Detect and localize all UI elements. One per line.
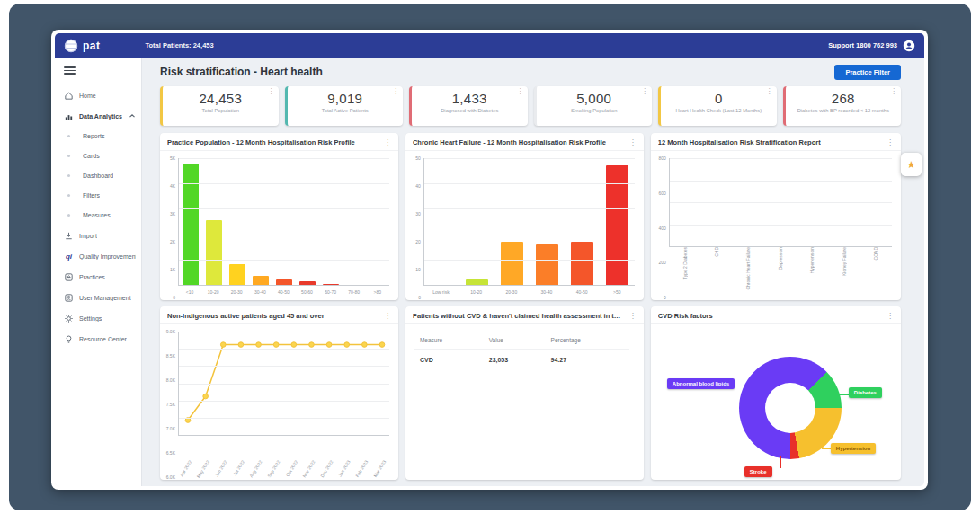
bar[interactable] — [571, 242, 593, 285]
top-bar: pat Total Patients: 24,453 Support 1800 … — [55, 33, 924, 58]
y-tick-label: 9.0K — [166, 329, 175, 334]
kebab-menu-icon[interactable] — [517, 88, 524, 95]
y-tick-label: 6.5K — [166, 450, 175, 456]
user-badge-icon — [64, 293, 74, 303]
user-avatar-icon[interactable] — [903, 40, 915, 52]
bar[interactable] — [276, 279, 292, 285]
kebab-menu-icon[interactable] — [392, 88, 399, 95]
bar[interactable] — [229, 264, 245, 285]
sidebar-item-reports[interactable]: Reports — [55, 127, 141, 146]
y-tick-label: 0 — [173, 295, 175, 300]
bar[interactable] — [253, 276, 269, 285]
bar[interactable] — [183, 164, 199, 285]
y-tick-label: 400 — [658, 226, 665, 231]
sidebar-item-filters[interactable]: Filters — [55, 186, 141, 206]
gridline — [179, 332, 389, 332]
x-tick-label: 40-50 — [278, 289, 290, 295]
sidebar-item-practices[interactable]: Practices — [55, 267, 141, 288]
x-tick-label: 10-20 — [470, 289, 482, 295]
x-tick-label: 50-60 — [301, 289, 313, 295]
kebab-menu-icon[interactable] — [379, 139, 391, 146]
kebab-menu-icon[interactable] — [379, 313, 391, 320]
kpi-total-active-patients: 9,019 Total Active Patients — [285, 86, 404, 126]
bar[interactable] — [206, 220, 222, 285]
panel-cvd-assessment-table: Patients without CVD & haven't claimed h… — [405, 306, 644, 480]
donut-chart[interactable]: Abnormal blood lipids Diabetes Hypertens… — [655, 332, 892, 477]
gridline — [179, 366, 389, 367]
x-tick-label: Jul 2022 — [232, 459, 245, 476]
sidebar-item-user-management[interactable]: User Management — [55, 288, 141, 308]
donut-label-abnormal-blood-lipids: Abnormal blood lipids — [667, 378, 735, 389]
y-tick-label: 50 — [415, 155, 421, 161]
gridline — [179, 158, 389, 159]
y-tick-label: 3K — [170, 211, 175, 217]
sidebar-item-settings[interactable]: Settings — [55, 308, 141, 329]
x-tick-label: Low risk — [432, 289, 449, 295]
sidebar-item-home[interactable]: Home — [55, 85, 141, 106]
y-tick-label: 1K — [170, 267, 175, 272]
x-tick-label: Mar 2023 — [372, 459, 387, 478]
bar-chart[interactable]: 5K4K3K2K1K0 <1010-2020-3030-4040-5050-60… — [164, 158, 389, 297]
panel-title: 12 Month Hospitalisation Risk Stratifica… — [658, 138, 821, 146]
grouped-bar-chart[interactable]: 8006004002000 Type 2 DiabetesCHDChronic … — [655, 158, 892, 297]
bar-chart-icon — [64, 111, 74, 121]
table-row[interactable]: CVD23,05394.27 — [414, 350, 629, 371]
table-column-header: Percentage — [546, 332, 629, 350]
kebab-menu-icon[interactable] — [624, 313, 637, 320]
kebab-menu-icon[interactable] — [641, 88, 648, 95]
kebab-menu-icon[interactable] — [881, 139, 894, 146]
bar[interactable] — [466, 279, 488, 285]
donut-label-diabetes: Diabetes — [849, 387, 882, 398]
line-chart[interactable]: 9.0K8.5K8.0K7.5K7.0K6.5K6.0K Apr 2022May… — [164, 332, 389, 477]
practice-filter-button[interactable]: Practice Filter — [834, 65, 901, 80]
panel-practice-population-chart: Practice Population - 12 Month Hospitali… — [160, 133, 398, 300]
y-tick-label: 5K — [170, 155, 175, 161]
x-tick-label: Chronic Heart Failure — [745, 247, 751, 290]
x-tick-label: Depression — [778, 247, 783, 270]
gridline — [670, 225, 892, 226]
bar[interactable] — [501, 242, 523, 285]
y-tick-label: 40 — [415, 183, 421, 189]
bar[interactable] — [299, 281, 316, 285]
x-tick-label: Nov 2022 — [301, 459, 316, 478]
bar[interactable] — [536, 244, 558, 285]
logo-globe-icon — [64, 39, 78, 53]
page-title: Risk stratification - Heart health — [160, 66, 323, 78]
y-tick-label: 600 — [658, 191, 665, 196]
bar-chart[interactable]: 50403020100 Low risk10-2020-3030-4040-50… — [409, 158, 635, 297]
gridline — [179, 260, 389, 261]
x-tick-label: Oct 2022 — [284, 459, 298, 477]
sidebar-item-measures[interactable]: Measures — [55, 206, 141, 226]
x-tick-label: >80 — [374, 289, 381, 295]
kpi-total-population: 24,453 Total Population — [160, 86, 279, 126]
panel-risk-stratification-report-chart: 12 Month Hospitalisation Risk Stratifica… — [651, 133, 901, 300]
bar[interactable] — [323, 284, 339, 285]
sidebar-item-resource-center[interactable]: Resource Center — [55, 329, 141, 350]
x-tick-label: CHD — [714, 247, 719, 257]
kebab-menu-icon[interactable] — [624, 139, 637, 146]
x-tick-label: 40-50 — [576, 289, 588, 295]
kebab-menu-icon[interactable] — [881, 313, 894, 320]
kpi-smoking-population: 5,000 Smoking Population — [534, 86, 653, 126]
sidebar-item-quality-improvement[interactable]: qi Quality Improvement — [55, 246, 141, 267]
x-tick-label: >50 — [613, 289, 620, 295]
menu-hamburger-icon[interactable] — [64, 66, 76, 75]
app-logo[interactable]: pat — [64, 39, 101, 53]
x-tick-label: Jan 2023 — [337, 459, 352, 478]
x-tick-label: 30-40 — [541, 289, 553, 295]
gridline — [179, 183, 389, 184]
x-tick-label: Feb 2023 — [354, 459, 369, 478]
sidebar-item-data-analytics[interactable]: Data Analytics — [55, 106, 141, 127]
donut-ring[interactable] — [739, 357, 842, 459]
kebab-menu-icon[interactable] — [890, 88, 897, 95]
kebab-menu-icon[interactable] — [766, 88, 773, 95]
gridline — [424, 235, 635, 235]
feedback-star-button[interactable] — [901, 153, 922, 176]
sidebar-item-cards[interactable]: Cards — [55, 146, 141, 166]
sidebar-item-import[interactable]: Import — [55, 226, 141, 246]
kebab-menu-icon[interactable] — [268, 88, 275, 95]
app-window: pat Total Patients: 24,453 Support 1800 … — [51, 30, 928, 490]
x-tick-label: 30-40 — [254, 289, 266, 295]
panel-chronic-heart-failure-chart: Chronic Heart Failure - 12 Month Hospita… — [405, 133, 644, 300]
sidebar-item-dashboard[interactable]: Dashboard — [55, 166, 141, 186]
